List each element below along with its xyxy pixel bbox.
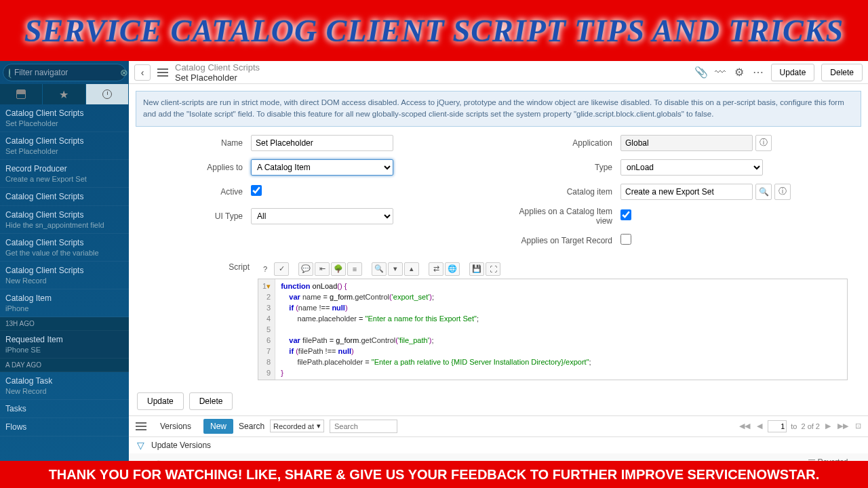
applies-target-checkbox[interactable]	[620, 234, 631, 245]
activity-icon[interactable]: 〰	[714, 66, 726, 79]
application-input	[620, 135, 753, 151]
sidebar-item[interactable]: Flows	[0, 418, 129, 436]
sidebar-item[interactable]: Catalog ItemiPhone	[0, 289, 129, 317]
delete-button-bottom[interactable]: Delete	[189, 392, 233, 410]
sidebar-item[interactable]: Catalog Client ScriptsHide the sn_appoin…	[0, 206, 129, 234]
script-down-icon[interactable]: ▾	[388, 262, 403, 276]
col-reverted[interactable]: Reverted from	[803, 453, 868, 462]
col-state[interactable]: State	[472, 453, 517, 462]
script-code[interactable]: function onLoad() { var name = g_form.ge…	[275, 279, 847, 380]
sidebar-item[interactable]: Record ProducerCreate a new Export Set	[0, 160, 129, 188]
sidebar-item[interactable]: Catalog Client Scripts	[0, 188, 129, 206]
clock-icon	[102, 89, 112, 99]
script-tree-icon[interactable]: 🌳	[331, 262, 346, 276]
search-label: Search	[239, 422, 264, 431]
catalog-item-lookup-icon[interactable]: 🔍	[755, 184, 772, 200]
list-header: Versions New Search Recorded at ▾ ◀◀ ◀ t…	[129, 415, 868, 437]
label-type: Type	[505, 163, 620, 172]
type-select[interactable]: onLoad	[620, 159, 763, 176]
sidebar-item[interactable]: Catalog TaskNew Record	[0, 372, 129, 400]
list-filter-bar: ▽ Update Versions	[129, 437, 868, 453]
script-save-icon[interactable]: 💾	[469, 262, 484, 276]
list-icon	[16, 89, 26, 99]
nav-tabs: ★	[0, 84, 129, 104]
sidebar-section: 13H AGO	[0, 317, 129, 331]
list-pager-top: ◀◀ ◀ to 2 of 2 ▶ ▶▶ ⊡	[738, 420, 863, 432]
script-search-icon[interactable]: 🔍	[372, 262, 387, 276]
script-help-icon[interactable]: ?	[258, 262, 273, 276]
label-catalog-item: Catalog item	[505, 187, 620, 197]
tab-versions[interactable]: Versions	[153, 419, 198, 434]
more-icon[interactable]: ⋯	[752, 66, 764, 79]
label-active: Active	[136, 187, 251, 197]
ui-type-select[interactable]: All	[251, 208, 393, 224]
list-menu-icon[interactable]	[134, 421, 148, 432]
catalog-item-input[interactable]	[620, 184, 753, 200]
list-title: Update Versions	[151, 441, 211, 450]
sidebar-item[interactable]: Catalog Client ScriptsSet Placeholder	[0, 132, 129, 160]
list-search-input[interactable]	[330, 420, 397, 433]
nav-history-list: Catalog Client ScriptsSet Placeholder Ca…	[0, 104, 129, 461]
filter-navigator-input[interactable]	[14, 68, 116, 77]
script-globe-icon[interactable]: 🌐	[445, 262, 460, 276]
delete-button[interactable]: Delete	[821, 64, 863, 81]
script-editor[interactable]: 1▾23456789 function onLoad() { var name …	[258, 279, 848, 380]
script-indent-icon[interactable]: ⇤	[315, 262, 330, 276]
context-menu-icon[interactable]	[155, 66, 171, 79]
nav-tab-favorites[interactable]: ★	[43, 84, 85, 104]
applies-view-checkbox[interactable]	[620, 209, 631, 220]
pager-expand-icon[interactable]: ⊡	[854, 422, 863, 430]
sidebar: ⊗ ★ Catalog Client ScriptsSet Placeholde…	[0, 61, 129, 461]
new-button[interactable]: New	[203, 419, 233, 434]
search-icon	[9, 68, 10, 77]
script-comment-icon[interactable]: 💬	[298, 262, 313, 276]
script-syntax-icon[interactable]: ✓	[274, 262, 289, 276]
active-checkbox[interactable]	[251, 185, 262, 196]
script-gutter: 1▾23456789	[258, 279, 275, 380]
col-recorded[interactable]: Recorded at	[393, 453, 472, 462]
applies-to-select[interactable]: A Catalog Item	[251, 159, 393, 176]
nav-tab-history[interactable]	[86, 84, 129, 104]
star-icon: ★	[59, 88, 68, 101]
pager-last-icon[interactable]: ▶▶	[836, 422, 850, 430]
sidebar-item[interactable]: Catalog Client ScriptsGet the value of t…	[0, 234, 129, 262]
page-title: Catalog Client Scripts	[175, 62, 691, 73]
col-source[interactable]: Source	[517, 453, 803, 462]
application-info-icon[interactable]: ⓘ	[755, 135, 772, 151]
filter-navigator-wrap[interactable]: ⊗	[3, 64, 126, 81]
sidebar-item[interactable]: Catalog Client ScriptsNew Record	[0, 262, 129, 289]
filter-clear-icon[interactable]: ⊗	[120, 67, 128, 78]
page-subtitle: Set Placeholder	[175, 73, 691, 83]
chevron-down-icon: ▾	[317, 422, 321, 430]
label-applies-to: Applies to	[136, 163, 251, 172]
sidebar-item[interactable]: Tasks	[0, 400, 129, 418]
script-toolbar: ? ✓ 💬 ⇤ 🌳 ≡ 🔍 ▾ ▴ ⇄ 🌐 💾 ⛶	[258, 262, 848, 276]
pager-page-input[interactable]	[768, 420, 787, 432]
back-button[interactable]: ‹	[134, 64, 151, 81]
pager-next-icon[interactable]: ▶	[824, 422, 832, 430]
pager-first-icon[interactable]: ◀◀	[738, 422, 751, 430]
label-applies-view: Applies on a Catalog Item view	[505, 207, 620, 226]
label-application: Application	[505, 138, 620, 148]
search-field-select[interactable]: Recorded at ▾	[270, 420, 324, 432]
nav-tab-all[interactable]	[0, 84, 43, 104]
attachment-icon[interactable]: 📎	[695, 66, 707, 79]
settings-icon[interactable]: ⚙	[733, 66, 745, 79]
funnel-icon[interactable]: ▽	[137, 440, 144, 451]
main-content: ‹ Catalog Client Scripts Set Placeholder…	[129, 61, 868, 461]
sidebar-item[interactable]: Catalog Client ScriptsSet Placeholder	[0, 104, 129, 132]
form-actions: Update Delete	[129, 387, 868, 415]
script-format-icon[interactable]: ≡	[347, 262, 362, 276]
update-button[interactable]: Update	[771, 64, 815, 81]
script-fullscreen-icon[interactable]: ⛶	[486, 262, 500, 276]
script-replace-icon[interactable]: ⇄	[429, 262, 443, 276]
col-name[interactable]: Name	[171, 453, 393, 462]
versions-table: ⚙ 🔍 Name Recorded at State Source Revert…	[129, 453, 868, 462]
catalog-item-info-icon[interactable]: ⓘ	[774, 184, 791, 200]
sidebar-section: A DAY AGO	[0, 359, 129, 372]
sidebar-item[interactable]: Requested ItemiPhone SE	[0, 331, 129, 359]
name-input[interactable]	[251, 135, 393, 151]
update-button-bottom[interactable]: Update	[137, 392, 184, 410]
script-up-icon[interactable]: ▴	[404, 262, 419, 276]
pager-prev-icon[interactable]: ◀	[755, 422, 764, 430]
